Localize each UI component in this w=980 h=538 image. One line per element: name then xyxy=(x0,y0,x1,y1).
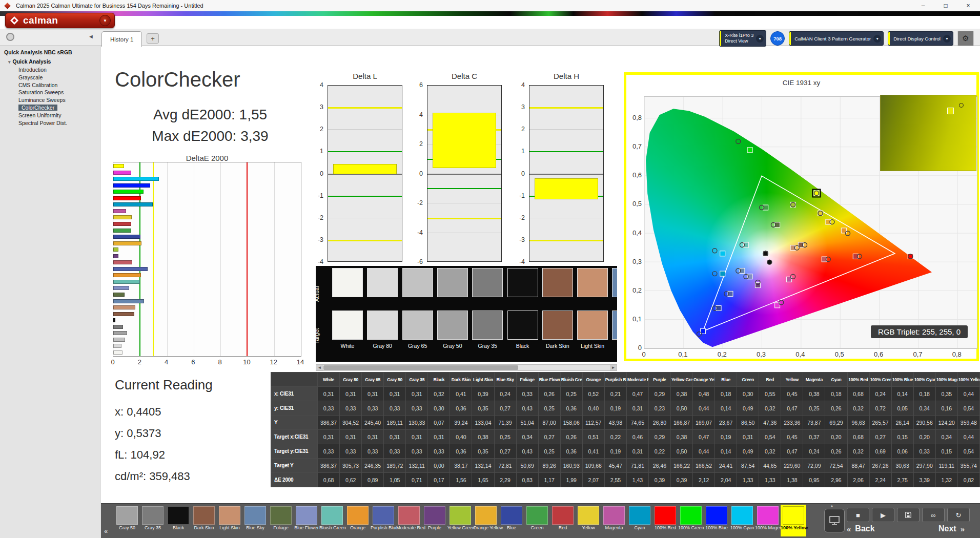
sidebar-item-saturation-sweeps[interactable]: Saturation Sweeps xyxy=(8,89,100,96)
loop-button[interactable]: ∞ xyxy=(922,508,945,522)
reading-fl: fL: 104,92 xyxy=(115,444,213,466)
table-cell: 0,82 xyxy=(957,473,979,487)
table-cell: 0,18 xyxy=(825,387,847,401)
minimize-button[interactable]: – xyxy=(918,2,928,9)
patch-button-100-cyan[interactable]: 100% Cyan xyxy=(729,505,755,536)
panel-expand-icon[interactable]: ▲ xyxy=(830,504,834,508)
patch-button-green[interactable]: Green xyxy=(524,505,550,536)
patch-button-gray-50[interactable]: Gray 50 xyxy=(114,505,140,536)
patch-button-purple[interactable]: Purple xyxy=(422,505,447,536)
sidebar-item-cms-calibration[interactable]: CMS Calibration xyxy=(8,81,100,89)
sidebar-item-grayscale[interactable]: Grayscale xyxy=(8,74,100,81)
patch-button-magenta[interactable]: Magenta xyxy=(601,505,627,536)
display-control-dropdown[interactable]: Direct Display Control ▼ xyxy=(888,31,953,46)
patch-button-label: Magenta xyxy=(601,525,627,530)
patch-button-blue[interactable]: Blue xyxy=(499,505,524,536)
de-bar-magenta xyxy=(113,209,126,213)
maximize-button[interactable]: □ xyxy=(941,2,950,9)
actual-swatch-gray-80 xyxy=(367,268,398,297)
workflow-home-icon[interactable] xyxy=(6,33,14,41)
stop-button[interactable]: ■ xyxy=(847,508,869,522)
patch-button-100-red[interactable]: 100% Red xyxy=(652,505,678,536)
table-cell: 0,68 xyxy=(318,473,340,487)
calman-logo-menu[interactable]: calman ▼ xyxy=(5,13,115,28)
scroll-left-icon[interactable]: ◄ xyxy=(316,365,323,370)
sidebar-item-quick-analysis[interactable]: ▾Quick Analysis xyxy=(8,58,100,66)
sidebar-item-screen-uniformity[interactable]: Screen Uniformity xyxy=(8,112,100,119)
chevron-down-icon[interactable]: ▼ xyxy=(873,35,881,43)
sidebar-item-luminance-sweeps[interactable]: Luminance Sweeps xyxy=(8,96,100,104)
sidebar-item-spectral-power-dist-[interactable]: Spectral Power Dist. xyxy=(8,119,100,127)
close-button[interactable]: × xyxy=(964,2,973,9)
sidebar-item-colorchecker[interactable]: ColorChecker xyxy=(8,104,100,112)
table-cell: 0,19 xyxy=(715,430,737,444)
patch-button-label: 100% Magenta xyxy=(755,525,781,530)
table-cell: 0,05 xyxy=(891,401,913,416)
patch-button-blue-sky[interactable]: Blue Sky xyxy=(242,505,268,536)
table-cell: 0,14 xyxy=(715,444,737,459)
table-cell: 0,27 xyxy=(869,430,891,444)
table-cell: 0,41 xyxy=(582,444,604,459)
refresh-button[interactable]: ↻ xyxy=(947,508,970,522)
patch-button-100-green[interactable]: 100% Green xyxy=(678,505,704,536)
tab-history-1[interactable]: History 1 xyxy=(101,31,142,47)
patch-button-bluish-green[interactable]: Bluish Green xyxy=(319,505,345,536)
sidebar-item-introduction[interactable]: Introduction xyxy=(8,66,100,74)
settings-gear-button[interactable]: ⚙ xyxy=(957,31,974,46)
table-cell: 26,14 xyxy=(891,416,913,430)
target-swatch-dark-skin xyxy=(542,311,573,340)
sidebar-collapse-icon[interactable]: ◄ xyxy=(88,33,94,39)
scroll-right-icon[interactable]: ► xyxy=(610,365,617,370)
back-button[interactable]: «Back xyxy=(847,524,875,533)
table-column-header: Gray 80 xyxy=(340,373,362,387)
patch-button-blue-flower[interactable]: Blue Flower xyxy=(294,505,319,536)
patch-button-orange[interactable]: Orange xyxy=(345,505,371,536)
play-button[interactable]: ▶ xyxy=(872,508,894,522)
patch-button-cyan[interactable]: Cyan xyxy=(627,505,652,536)
page-title: ColorChecker xyxy=(115,68,240,91)
patch-button-light-skin[interactable]: Light Skin xyxy=(217,505,242,536)
table-cell: 233,36 xyxy=(781,416,803,430)
patch-button-black[interactable]: Black xyxy=(166,505,191,536)
chevron-down-icon[interactable]: ▼ xyxy=(943,35,951,43)
patch-button-dark-skin[interactable]: Dark Skin xyxy=(191,505,217,536)
patch-button-100-magenta[interactable]: 100% Magenta xyxy=(755,505,781,536)
meter-sync-badge[interactable]: 708 xyxy=(770,31,785,46)
display-window-button[interactable] xyxy=(824,509,845,532)
patch-button-100-yellow[interactable]: 100% Yellow xyxy=(781,505,806,536)
de-bar-gray-50 xyxy=(113,331,127,335)
table-cell: 0,31 xyxy=(362,430,384,444)
patch-scroll-left-icon[interactable]: « xyxy=(104,527,108,535)
patch-button-yellow-green[interactable]: Yellow Green xyxy=(447,505,473,536)
chevron-down-icon[interactable]: ▼ xyxy=(756,35,764,43)
table-cell: 0,35 xyxy=(935,387,957,401)
table-cell: 0,31 xyxy=(737,430,759,444)
current-reading-title: Current Reading xyxy=(115,377,213,393)
patch-button-foliage[interactable]: Foliage xyxy=(268,505,294,536)
patch-button-label: Cyan xyxy=(627,525,652,530)
gridline xyxy=(328,240,402,241)
patch-button-100-blue[interactable]: 100% Blue xyxy=(704,505,729,536)
axis-tick-label: 0,6 xyxy=(627,171,642,179)
table-cell: 0,54 xyxy=(759,430,781,444)
gridline xyxy=(529,218,603,218)
scrollbar-thumb[interactable] xyxy=(323,365,518,370)
tree-expand-icon[interactable]: ▾ xyxy=(8,59,11,65)
patch-button-orange-yellow[interactable]: Orange Yellow xyxy=(473,505,499,536)
swatch-scrollbar[interactable]: ◄ ► xyxy=(316,364,617,371)
add-tab-button[interactable]: + xyxy=(147,33,159,44)
patch-button-purplish-blue[interactable]: Purplish Blue xyxy=(371,505,396,536)
next-button[interactable]: Next» xyxy=(938,524,965,533)
patch-button-yellow[interactable]: Yellow xyxy=(576,505,601,536)
gridline xyxy=(529,129,603,130)
patch-button-moderate-red[interactable]: Moderate Red xyxy=(396,505,422,536)
meter-dropdown[interactable]: X-Rite i1Pro 3 Direct View ▼ xyxy=(719,30,766,47)
patch-button-gray-35[interactable]: Gray 35 xyxy=(140,505,166,536)
pattern-generator-dropdown[interactable]: CalMAN Client 3 Pattern Generator ▼ xyxy=(789,31,884,46)
patch-button-red[interactable]: Red xyxy=(550,505,576,536)
logo-dropdown-icon[interactable]: ▼ xyxy=(99,15,111,26)
save-button[interactable] xyxy=(897,508,920,522)
table-cell: 0,68 xyxy=(847,387,869,401)
current-reading: Current Reading x: 0,4405 y: 0,5373 fL: … xyxy=(115,377,213,487)
axis-tick-label: -2 xyxy=(417,199,423,206)
